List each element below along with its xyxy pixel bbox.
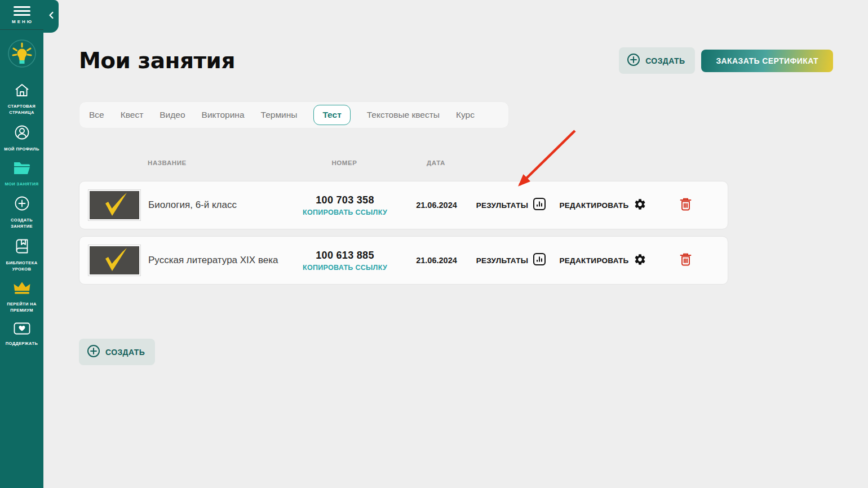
lesson-date: 21.06.2024 xyxy=(404,256,469,265)
create-button-label: СОЗДАТЬ xyxy=(645,56,685,65)
menu-button[interactable]: МЕНЮ xyxy=(0,0,43,30)
chevron-left-icon xyxy=(48,11,54,21)
edit-button[interactable]: РЕДАКТИРОВАТЬ xyxy=(553,198,652,213)
lesson-number: 100 613 885 xyxy=(286,250,404,261)
sidebar-item-label: МОИ ЗАНЯТИЯ xyxy=(5,181,38,187)
bar-chart-icon xyxy=(533,197,546,213)
home-icon xyxy=(14,83,30,100)
column-header-date: ДАТА xyxy=(404,159,468,166)
sidebar-item-label: ПЕРЕЙТИ НА ПРЕМИУМ xyxy=(1,301,42,314)
table-row: Русская литература XIX века 100 613 885 … xyxy=(79,236,728,285)
menu-label: МЕНЮ xyxy=(10,19,33,24)
lesson-date: 21.06.2024 xyxy=(404,201,469,210)
certificate-button-label: ЗАКАЗАТЬ СЕРТИФИКАТ xyxy=(716,56,818,65)
folder-icon xyxy=(13,161,31,178)
lesson-number-cell: 100 703 358 КОПИРОВАТЬ ССЫЛКУ xyxy=(286,194,404,216)
sidebar-item-lesson-library[interactable]: БИБЛИОТЕКА УРОКОВ xyxy=(0,234,43,277)
page-title: Мои занятия xyxy=(79,48,235,73)
tab-test[interactable]: Тест xyxy=(313,105,350,125)
create-button-bottom[interactable]: СОЗДАТЬ xyxy=(79,339,155,365)
delete-button[interactable] xyxy=(652,253,719,268)
copy-link-button[interactable]: КОПИРОВАТЬ ССЫЛКУ xyxy=(286,208,404,216)
results-label: РЕЗУЛЬТАТЫ xyxy=(476,256,529,265)
sidebar-item-label: МОЙ ПРОФИЛЬ xyxy=(4,146,39,152)
order-certificate-button[interactable]: ЗАКАЗАТЬ СЕРТИФИКАТ xyxy=(701,50,833,72)
sidebar-item-label: СТАРТОВАЯ СТРАНИЦА xyxy=(1,103,42,116)
edit-label: РЕДАКТИРОВАТЬ xyxy=(559,201,628,210)
lesson-thumbnail[interactable] xyxy=(88,245,140,276)
sidebar-item-premium[interactable]: ПЕРЕЙТИ НА ПРЕМИУМ xyxy=(0,277,43,318)
book-icon xyxy=(14,238,30,256)
lesson-number-cell: 100 613 885 КОПИРОВАТЬ ССЫЛКУ xyxy=(286,250,404,272)
copy-link-button[interactable]: КОПИРОВАТЬ ССЫЛКУ xyxy=(286,264,404,272)
bar-chart-icon xyxy=(533,252,546,268)
tab-quest[interactable]: Квест xyxy=(121,110,144,120)
header-actions: СОЗДАТЬ ЗАКАЗАТЬ СЕРТИФИКАТ xyxy=(619,47,833,74)
lightbulb-logo-icon xyxy=(7,61,37,70)
edit-label: РЕДАКТИРОВАТЬ xyxy=(559,256,628,265)
lesson-title: Русская литература XIX века xyxy=(140,255,286,266)
lesson-number: 100 703 358 xyxy=(286,194,404,206)
sidebar-item-label: СОЗДАТЬ ЗАНЯТИЕ xyxy=(1,217,42,230)
main-content: Мои занятия СОЗДАТЬ ЗАКАЗАТЬ СЕРТИФИКАТ … xyxy=(43,0,868,488)
sidebar-item-label: ПОДДЕРЖАТЬ xyxy=(6,340,38,347)
sidebar-item-my-lessons[interactable]: МОИ ЗАНЯТИЯ xyxy=(0,157,43,192)
trash-icon xyxy=(680,198,692,213)
lesson-thumbnail[interactable] xyxy=(88,190,140,220)
column-header-name: НАЗВАНИЕ xyxy=(140,159,285,166)
tab-video[interactable]: Видео xyxy=(160,110,185,120)
sidebar: МЕНЮ xyxy=(0,0,43,488)
create-button-top[interactable]: СОЗДАТЬ xyxy=(619,47,695,74)
results-button[interactable]: РЕЗУЛЬТАТЫ xyxy=(469,252,553,268)
sidebar-nav: СТАРТОВАЯ СТРАНИЦА МОЙ ПРОФИЛЬ МОИ ЗАНЯТ… xyxy=(0,79,43,351)
results-button[interactable]: РЕЗУЛЬТАТЫ xyxy=(469,197,553,213)
tab-text-quests[interactable]: Текстовые квесты xyxy=(367,110,440,120)
hamburger-icon xyxy=(14,6,30,16)
donate-heart-icon xyxy=(14,322,30,337)
results-label: РЕЗУЛЬТАТЫ xyxy=(476,201,529,210)
gear-icon xyxy=(634,253,646,268)
edit-button[interactable]: РЕДАКТИРОВАТЬ xyxy=(553,253,652,268)
table-header: НАЗВАНИЕ НОМЕР ДАТА xyxy=(79,159,728,166)
sidebar-item-label: БИБЛИОТЕКА УРОКОВ xyxy=(1,260,42,273)
create-button-label: СОЗДАТЬ xyxy=(105,348,145,357)
table-row: Биология, 6-й класс 100 703 358 КОПИРОВА… xyxy=(79,181,728,229)
crown-icon xyxy=(12,281,32,298)
page-header: Мои занятия СОЗДАТЬ ЗАКАЗАТЬ СЕРТИФИКАТ xyxy=(79,47,833,74)
lesson-title: Биология, 6-й класс xyxy=(140,199,286,211)
profile-icon xyxy=(14,125,30,143)
trash-icon xyxy=(680,253,692,268)
column-header-number: НОМЕР xyxy=(285,159,404,166)
plus-circle-icon xyxy=(87,344,100,360)
checkmark-icon xyxy=(99,191,130,219)
lesson-type-tabs: Все Квест Видео Викторина Термины Тест Т… xyxy=(79,101,509,128)
app-logo[interactable] xyxy=(7,38,37,71)
tab-course[interactable]: Курс xyxy=(456,110,475,120)
delete-button[interactable] xyxy=(652,198,719,213)
checkmark-icon xyxy=(99,246,130,274)
sidebar-item-profile[interactable]: МОЙ ПРОФИЛЬ xyxy=(0,121,43,157)
sidebar-item-support[interactable]: ПОДДЕРЖАТЬ xyxy=(0,318,43,351)
plus-circle-icon xyxy=(627,53,640,68)
sidebar-item-create-lesson[interactable]: СОЗДАТЬ ЗАНЯТИЕ xyxy=(0,192,43,234)
tab-terms[interactable]: Термины xyxy=(261,110,298,120)
gear-icon xyxy=(634,198,646,213)
sidebar-item-home[interactable]: СТАРТОВАЯ СТРАНИЦА xyxy=(0,79,43,121)
tab-quiz[interactable]: Викторина xyxy=(202,110,245,120)
sidebar-collapse-button[interactable] xyxy=(43,0,59,33)
tab-all[interactable]: Все xyxy=(89,110,104,120)
plus-circle-icon xyxy=(14,196,30,214)
